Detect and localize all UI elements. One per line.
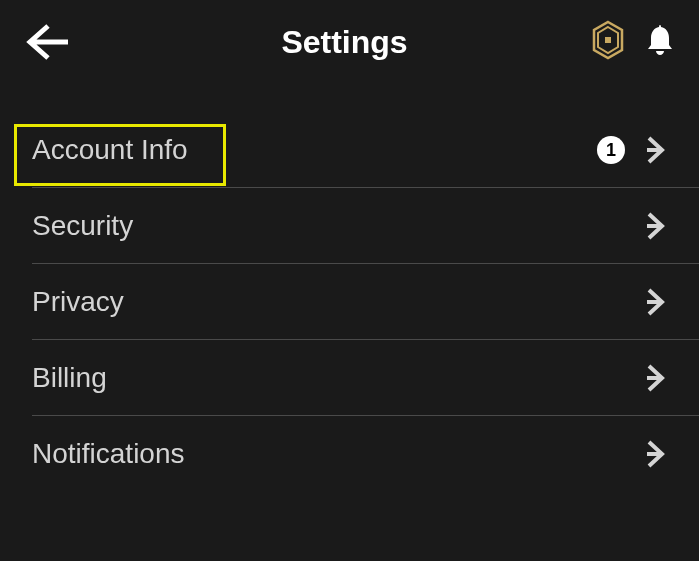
list-item-right	[645, 364, 667, 392]
list-item-label: Privacy	[32, 286, 124, 318]
header-actions	[587, 19, 675, 65]
chevron-right-icon	[645, 136, 667, 164]
header: Settings	[0, 0, 699, 84]
list-item-right: 1	[597, 136, 667, 164]
page-title: Settings	[102, 24, 587, 61]
list-item-right	[645, 440, 667, 468]
chevron-right-icon	[645, 364, 667, 392]
list-item-label: Security	[32, 210, 133, 242]
list-item-account-info[interactable]: Account Info 1	[0, 112, 699, 188]
list-item-right	[645, 212, 667, 240]
badge-count: 1	[597, 136, 625, 164]
arrow-left-icon	[24, 22, 72, 62]
notifications-button[interactable]	[645, 23, 675, 61]
list-item-billing[interactable]: Billing	[0, 340, 699, 416]
svg-rect-0	[605, 37, 611, 43]
list-item-label: Notifications	[32, 438, 185, 470]
back-button[interactable]	[24, 22, 72, 62]
robux-icon	[587, 19, 629, 61]
settings-list: Account Info 1 Security Privacy	[0, 84, 699, 492]
list-item-label: Billing	[32, 362, 107, 394]
list-item-label: Account Info	[32, 134, 188, 166]
chevron-right-icon	[645, 288, 667, 316]
bell-icon	[645, 23, 675, 57]
chevron-right-icon	[645, 212, 667, 240]
list-item-notifications[interactable]: Notifications	[0, 416, 699, 492]
robux-button[interactable]	[587, 19, 629, 65]
list-item-right	[645, 288, 667, 316]
list-item-security[interactable]: Security	[0, 188, 699, 264]
list-item-privacy[interactable]: Privacy	[0, 264, 699, 340]
chevron-right-icon	[645, 440, 667, 468]
